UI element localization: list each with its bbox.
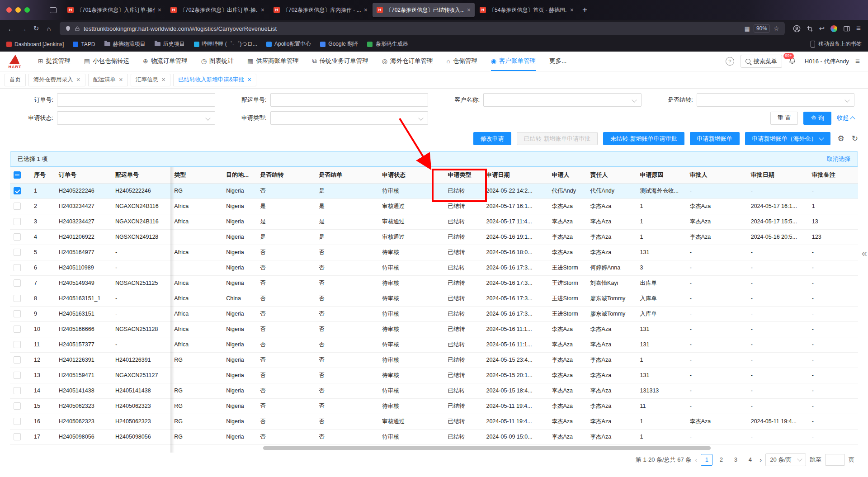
row-checkbox[interactable] [14, 387, 21, 394]
table-row[interactable]: 4H2401206922NGSXCN249128Nigeria是是审核通过已结转… [10, 229, 858, 245]
toolbar-button[interactable]: 修改申请 [473, 132, 511, 145]
table-row[interactable]: 6H2405110989-Nigeria否否待审核已结转2024-05-16 1… [10, 260, 858, 275]
table-row[interactable]: 9H2405163151-AfricaNigeria否否待审核已结转2024-0… [10, 306, 858, 321]
page-button[interactable]: 1 [701, 454, 712, 466]
menu-hamburger-icon[interactable]: ≡ [856, 24, 861, 33]
url-text[interactable]: testtrunkbookingmgr.hart-worldwide.com/#… [84, 25, 277, 32]
close-icon[interactable]: ✕ [247, 77, 251, 83]
table-row[interactable]: 5H2405164977-AfricaNigeria否否待审核已结转2024-0… [10, 245, 858, 260]
menu-item[interactable]: ▤小包仓储转运 [84, 52, 129, 71]
firefox-view-icon[interactable] [47, 4, 59, 16]
row-checkbox[interactable] [14, 187, 21, 194]
toolbar-button[interactable]: 未结转-新增账单申请审批 [603, 132, 684, 145]
minimize-window-button[interactable] [15, 7, 21, 13]
horizontal-scrollbar[interactable] [10, 446, 858, 450]
new-tab-button[interactable]: + [582, 5, 587, 15]
search-menu-button[interactable]: 搜索菜单 [741, 55, 782, 68]
close-icon[interactable]: ✕ [161, 77, 165, 83]
filter-select[interactable] [697, 93, 855, 107]
undo-extension-icon[interactable]: ↩ [819, 24, 825, 33]
back-icon[interactable]: ← [5, 22, 17, 35]
cancel-selection-link[interactable]: 取消选择 [827, 155, 850, 163]
menu-item[interactable]: ◷图表统计 [201, 52, 234, 71]
menu-item[interactable]: ⧉传统业务订单管理 [312, 52, 368, 71]
bookmark-item[interactable]: 赫德物流项目 [104, 40, 146, 48]
close-icon[interactable]: ✕ [76, 77, 80, 83]
prev-page-icon[interactable]: ‹ [695, 456, 697, 463]
row-checkbox[interactable] [14, 249, 21, 256]
tab-close-icon[interactable]: × [570, 6, 574, 14]
table-row[interactable]: 12H2401226391H2401226391RGNigeria否否待审核已结… [10, 352, 858, 368]
qr-extension-icon[interactable]: ▦ [745, 25, 750, 32]
table-row[interactable]: 17H2405098056H2405098056RGNigeria否否待审核已结… [10, 429, 858, 444]
toolbar-button[interactable]: 申请新增账单 [690, 132, 740, 145]
select-all-checkbox[interactable] [14, 171, 21, 179]
close-icon[interactable]: ✕ [119, 77, 123, 83]
menu-item[interactable]: ⊕物流订单管理 [143, 52, 188, 71]
notification-bell[interactable]: 99+ [788, 57, 798, 66]
tab-close-icon[interactable]: × [364, 6, 368, 14]
table-row[interactable]: 10H2405166666NGSACN251128AfricaNigeria否否… [10, 321, 858, 337]
menu-item[interactable]: 更多... [549, 52, 566, 71]
filter-select[interactable] [57, 111, 215, 125]
table-row[interactable]: 14H2405141438H2405141438RGNigeria否否待审核已结… [10, 383, 858, 398]
filter-input[interactable] [57, 93, 215, 107]
page-tab[interactable]: 配运清单✕ [88, 74, 128, 86]
browser-tab[interactable]: H〔702条推送信息〕库内操作 - ...× [269, 3, 372, 17]
bookmark-item[interactable]: 哔哩哔哩 (゜-゜)つロ... [194, 40, 257, 48]
query-button[interactable]: 查 询 [803, 112, 831, 125]
table-row[interactable]: 16H2405062323H2405062323RGNigeria否否审核通过已… [10, 414, 858, 429]
current-user[interactable]: H016 - 代伟Andy [805, 57, 849, 66]
refresh-icon[interactable]: ↻ [852, 134, 858, 143]
menu-item[interactable]: ⌂仓储管理 [446, 52, 477, 71]
page-size-select[interactable]: 20 条/页 [765, 453, 806, 466]
browser-tab[interactable]: H〔702条推送信息〕已结转收入...× [373, 3, 475, 17]
bookmark-star-icon[interactable]: ☆ [774, 25, 779, 32]
page-button[interactable]: 3 [730, 454, 741, 466]
row-checkbox[interactable] [14, 295, 21, 302]
row-checkbox[interactable] [14, 326, 21, 333]
bookmark-item[interactable]: Dashboard [Jenkins] [6, 41, 64, 47]
scrollbar-thumb[interactable] [263, 446, 711, 450]
bookmark-item[interactable]: TAPD [73, 41, 95, 47]
mobile-bookmarks[interactable]: 移动设备上的书签 [811, 40, 862, 48]
page-button[interactable]: 2 [715, 454, 727, 466]
browser-tab[interactable]: H〔702条推送信息〕出库订单-操...× [166, 3, 269, 17]
row-checkbox[interactable] [14, 310, 21, 317]
table-row[interactable]: 13H2405159471NGAXCN251127Nigeria否否待审核已结转… [10, 368, 858, 383]
page-button[interactable]: 4 [744, 454, 756, 466]
forward-icon[interactable]: → [17, 22, 30, 35]
lock-icon[interactable] [75, 26, 80, 32]
shield-icon[interactable] [65, 25, 71, 32]
page-tab[interactable]: 首页 [5, 74, 26, 86]
settings-gear-icon[interactable]: ⚙ [838, 134, 844, 143]
menu-item[interactable]: ⊞提货管理 [38, 52, 71, 71]
menu-item[interactable]: ▦供应商账单管理 [247, 52, 299, 71]
account-icon[interactable] [793, 25, 801, 33]
row-checkbox[interactable] [14, 341, 21, 348]
filter-select[interactable] [270, 111, 429, 125]
row-checkbox[interactable] [14, 264, 21, 271]
tab-close-icon[interactable]: × [158, 6, 161, 14]
row-checkbox[interactable] [14, 356, 21, 364]
row-checkbox[interactable] [14, 402, 21, 410]
browser-tab[interactable]: H〔54条推送信息〕首页 - 赫德国...× [476, 3, 578, 17]
fullscreen-window-button[interactable] [24, 7, 30, 13]
next-page-icon[interactable]: › [760, 456, 762, 463]
row-checkbox[interactable] [14, 433, 21, 440]
table-row[interactable]: 11H2405157377-AfricaNigeria否否待审核已结转2024-… [10, 337, 858, 352]
reset-button[interactable]: 重 置 [770, 112, 798, 125]
table-row[interactable]: 1H2405222246H2405222246RGNigeria否是待审核已结转… [10, 183, 858, 198]
sidebar-icon[interactable] [843, 25, 850, 32]
toolbar-button[interactable]: 申请新增账单（海外仓） [745, 132, 830, 145]
menu-item[interactable]: ◎海外仓订单管理 [382, 52, 433, 71]
table-row[interactable]: 7H2405149349NGSACN251125AfricaNigeria否否待… [10, 275, 858, 291]
home-icon[interactable]: ⌂ [42, 22, 55, 35]
page-tab[interactable]: 汇率信息✕ [131, 74, 170, 86]
browser-tab[interactable]: H〔701条推送信息〕入库订单-操作× [63, 3, 165, 17]
bookmark-item[interactable]: 历史项目 [155, 40, 185, 48]
bookmark-item[interactable]: 条形码生成器 [367, 40, 408, 48]
menu-item[interactable]: ◉客户账单管理 [491, 52, 536, 71]
page-tab[interactable]: 已结转收入新增申请&审批✕ [173, 74, 256, 86]
row-checkbox[interactable] [14, 279, 21, 287]
